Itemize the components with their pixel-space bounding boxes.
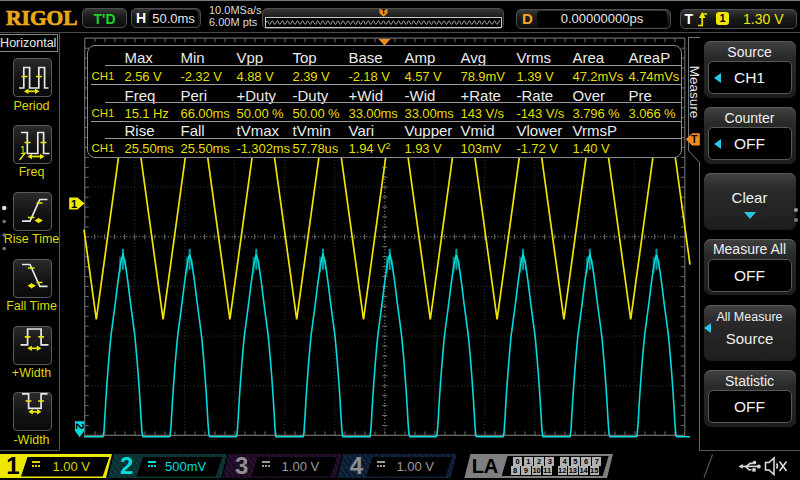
svg-text:T: T bbox=[691, 133, 698, 145]
